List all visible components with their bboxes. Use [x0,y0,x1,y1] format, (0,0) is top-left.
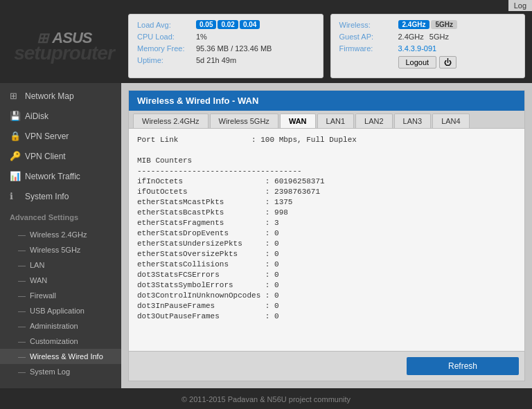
load-avg-badge-2: 0.02 [218,20,238,29]
sidebar-item-system-info[interactable]: ℹ System Info [0,186,121,206]
cpu-value: 1% [196,33,207,41]
power-button[interactable]: ⏻ [439,56,456,69]
sidebar-sub-wireless-wired-info[interactable]: — Wireless & Wired Info [0,349,121,364]
sidebar-item-aidisk[interactable]: 💾 AiDisk [0,106,121,126]
sidebar-sub-wireless-5ghz[interactable]: — Wireless 5GHz [0,242,121,257]
logout-row: Logout ⏻ [339,56,517,69]
mib-title: MIB Counters [137,156,516,165]
vpn-client-icon: 🔑 [10,151,21,161]
sidebar-item-network-traffic[interactable]: 📊 Network Traffic [0,166,121,186]
tab-bar: Wireless 2.4GHz Wireless 5GHz WAN LAN1 L… [129,111,524,129]
aidisk-icon: 💾 [10,111,21,121]
tab-wireless-5ghz[interactable]: Wireless 5GHz [210,113,278,128]
status-panel-left: Load Avg: 0.05 0.02 0.04 CPU Load: 1% Me… [128,14,323,78]
sidebar-item-label: VPN Client [25,152,66,161]
footer-copyright: © 2011-2015 Padavan & N56U project commu… [181,395,351,403]
memory-row: Memory Free: 95.36 MB / 123.46 MB [137,44,314,53]
cpu-row: CPU Load: 1% [137,33,314,41]
tab-lan2[interactable]: LAN2 [355,113,393,128]
network-map-icon: ⊞ [10,91,21,101]
sidebar-item-vpn-server[interactable]: 🔒 VPN Server [0,126,121,146]
sidebar-sub-label: WAN [30,276,47,284]
dash-icon: — [18,307,26,315]
sidebar-sub-wan[interactable]: — WAN [0,273,121,288]
sidebar-sub-lan[interactable]: — LAN [0,257,121,273]
status-panels: Load Avg: 0.05 0.02 0.04 CPU Load: 1% Me… [128,7,532,78]
mib-row: etherStatsOversizePkts : 0 [137,250,516,258]
guest-ap-24: 2.4GHz [398,33,424,41]
refresh-button[interactable]: Refresh [407,357,519,375]
mib-row: ifInOctets : 60196258371 [137,177,516,185]
dash-icon: — [18,367,26,376]
firmware-row: Firmware: 3.4.3.9-091 [339,44,517,53]
mib-row: etherStatsMcastPkts : 1375 [137,198,516,206]
tab-lan3[interactable]: LAN3 [394,113,432,128]
tab-wan[interactable]: WAN [280,113,316,128]
sidebar-sub-firewall[interactable]: — Firewall [0,288,121,303]
guest-ap-row: Guest AP: 2.4GHz 5GHz [339,33,517,41]
guest-ap-5: 5GHz [429,33,449,41]
sidebar-sub-system-log[interactable]: — System Log [0,364,121,379]
sidebar-item-vpn-client[interactable]: 🔑 VPN Client [0,146,121,166]
sidebar-sub-customization[interactable]: — Customization [0,334,121,349]
mib-row: ifOutOctets : 2398763671 [137,188,516,196]
mib-row: dot3StatsSymbolErrors : 0 [137,281,516,289]
load-avg-badge-1: 0.05 [196,20,216,29]
wireless-24ghz-toggle[interactable]: 2.4GHz [398,20,430,29]
mib-separator: ------------------------------------ [137,167,516,175]
sidebar-sub-label: USB Application [30,307,85,315]
sidebar-advanced-section: — Wireless 2.4GHz — Wireless 5GHz — LAN … [0,224,121,382]
guest-ap-label: Guest AP: [339,33,398,41]
tab-wireless-24ghz[interactable]: Wireless 2.4GHz [133,113,209,128]
sidebar-sub-label: LAN [30,261,44,269]
logout-button[interactable]: Logout [398,56,437,69]
blank-line [137,146,516,154]
sidebar-item-label: System Info [25,192,69,201]
dash-icon: — [18,337,26,345]
sidebar-sub-label: Customization [30,337,78,345]
logo-area: ⊞ ASUS setuprouter [0,7,128,83]
sidebar-sub-label: Firewall [30,291,56,300]
status-panel-right: Wireless: 2.4GHz 5GHz Guest AP: 2.4GHz 5… [330,14,526,78]
port-link-line: Port Link : 100 Mbps, Full Duplex [137,136,516,144]
advanced-settings-header: Advanced Settings [0,209,121,224]
sidebar-sub-label: Wireless 5GHz [30,246,80,254]
tab-lan4[interactable]: LAN4 [432,113,470,128]
firmware-link[interactable]: 3.4.3.9-091 [398,44,437,53]
refresh-area: Refresh [129,351,524,381]
sidebar-item-label: AiDisk [25,111,48,121]
mib-row: etherStatsDropEvents : 0 [137,229,516,237]
mib-row: etherStatsUndersizePkts : 0 [137,239,516,248]
load-avg-label: Load Avg: [137,21,196,29]
sidebar-item-network-map[interactable]: ⊞ Network Map [0,86,121,106]
tab-lan1[interactable]: LAN1 [317,113,355,128]
dash-icon: — [18,261,26,269]
uptime-label: Uptime: [137,56,196,64]
mib-row: dot3ControlInUnknownOpcodes : 0 [137,291,516,300]
memory-label: Memory Free: [137,44,196,53]
mib-row: etherStatsFragments : 3 [137,219,516,227]
dash-icon: — [18,291,26,300]
mib-row: dot3InPauseFrames : 0 [137,302,516,310]
sidebar-sub-usb-application[interactable]: — USB Application [0,303,121,318]
dash-icon: — [18,352,26,361]
sidebar-sub-administration[interactable]: — Administration [0,318,121,334]
vpn-server-icon: 🔒 [10,131,21,141]
dash-icon: — [18,322,26,330]
sidebar-sub-wireless-24ghz[interactable]: — Wireless 2.4GHz [0,227,121,242]
sidebar-sub-label: System Log [30,367,70,376]
mib-row: dot3StatsFCSErrors : 0 [137,271,516,279]
load-avg-badge-3: 0.04 [240,20,260,29]
footer: © 2011-2015 Padavan & N56U project commu… [0,390,532,409]
sidebar-item-label: Network Map [25,91,74,101]
system-info-icon: ℹ [10,191,21,201]
cpu-label: CPU Load: [137,33,196,41]
wireless-5ghz-toggle[interactable]: 5GHz [431,20,457,29]
sidebar-sub-label: Wireless & Wired Info [30,352,103,361]
network-traffic-icon: 📊 [10,171,21,181]
memory-value: 95.36 MB / 123.46 MB [196,44,272,53]
main-content: Wireless & Wired Info - WAN Wireless 2.4… [121,83,532,388]
wan-info-body: Port Link : 100 Mbps, Full Duplex MIB Co… [129,129,524,351]
load-avg-row: Load Avg: 0.05 0.02 0.04 [137,20,314,29]
uptime-row: Uptime: 5d 21h 49m [137,56,314,64]
